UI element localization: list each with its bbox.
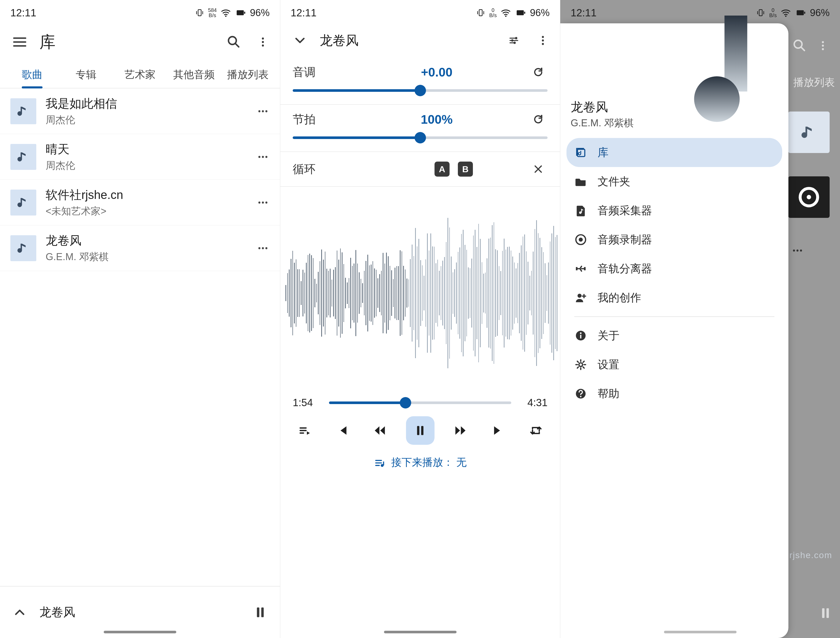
menu-label: 库 xyxy=(598,145,608,160)
pitch-label: 音调 xyxy=(293,65,344,80)
menu-item-library[interactable]: 库 xyxy=(567,138,782,167)
menu-item-settings[interactable]: 设置 xyxy=(567,350,782,379)
waveform-display[interactable] xyxy=(280,187,560,394)
song-artist: <未知艺术家> xyxy=(46,205,244,218)
song-row[interactable]: 我是如此相信周杰伦 xyxy=(0,89,280,134)
status-time: 12:11 xyxy=(10,7,36,19)
tab-albums[interactable]: 专辑 xyxy=(59,61,113,88)
status-battery: 96% xyxy=(250,7,270,18)
menu-label: 我的创作 xyxy=(598,290,641,305)
song-artist: 周杰伦 xyxy=(46,113,244,127)
collapse-player-button[interactable] xyxy=(291,31,309,50)
drawer-menu: 库 文件夹 音频采集器 音频录制器 音轨分离器 我的创作 关于 设置 帮助 xyxy=(560,135,788,411)
menu-item-about[interactable]: 关于 xyxy=(567,321,782,350)
song-overflow-button[interactable] xyxy=(254,102,272,120)
more-icon xyxy=(788,241,807,260)
large-music-note-icon xyxy=(679,16,757,123)
tempo-label: 节拍 xyxy=(293,112,344,127)
wifi-icon xyxy=(220,7,231,18)
screenshot-player: 12:11 0B/s 96% 龙卷风 音调 +0.00 xyxy=(280,0,560,638)
song-overflow-button[interactable] xyxy=(254,147,272,166)
loop-clear-button[interactable] xyxy=(529,160,548,179)
pitch-value: +0.00 xyxy=(344,65,529,79)
loop-a-button[interactable]: A xyxy=(434,161,450,177)
overflow-menu-button[interactable] xyxy=(534,31,552,50)
menu-label: 音频录制器 xyxy=(598,233,652,247)
rewind-button[interactable] xyxy=(368,419,392,442)
menu-item-help[interactable]: 帮助 xyxy=(567,379,782,408)
play-pause-button[interactable] xyxy=(406,416,434,445)
menu-item-track-splitter[interactable]: 音轨分离器 xyxy=(567,254,782,283)
song-artist: G.E.M. 邓紫棋 xyxy=(46,250,244,263)
song-row[interactable]: 龙卷风G.E.M. 邓紫棋 xyxy=(0,225,280,271)
drawer-header: 龙卷风 G.E.M. 邓紫棋 xyxy=(560,26,788,135)
previous-button[interactable] xyxy=(330,419,354,442)
watermark-text: rjshe.com xyxy=(789,550,832,560)
loop-label: 循环 xyxy=(293,161,430,177)
tab-other-audio[interactable]: 其他音频 xyxy=(167,61,221,88)
menu-label: 文件夹 xyxy=(598,174,630,189)
up-next-row[interactable]: 接下来播放： 无 xyxy=(280,450,560,480)
menu-item-my-creations[interactable]: 我的创作 xyxy=(567,283,782,312)
library-tabs: 歌曲 专辑 艺术家 其他音频 播放列表 xyxy=(0,61,280,89)
battery-icon xyxy=(515,7,526,18)
tab-songs[interactable]: 歌曲 xyxy=(5,61,59,88)
album-thumb-icon xyxy=(788,111,830,153)
tab-artists[interactable]: 艺术家 xyxy=(113,61,167,88)
menu-item-audio-capture[interactable]: 音频采集器 xyxy=(567,196,782,225)
screenshot-library: 12:11 584B/s 96% 库 歌曲 专辑 艺术家 其他音频 播放列表 xyxy=(0,0,280,638)
svg-point-33 xyxy=(694,76,740,122)
pitch-reset-button[interactable] xyxy=(529,63,548,81)
up-next-label: 接下来播放： xyxy=(391,456,453,468)
loop-b-button[interactable]: B xyxy=(458,161,473,177)
menu-item-folders[interactable]: 文件夹 xyxy=(567,167,782,196)
fast-forward-button[interactable] xyxy=(449,419,472,442)
ghost-card-stack xyxy=(788,111,835,260)
player-toolbar: 龙卷风 xyxy=(280,23,560,58)
vibrate-icon xyxy=(195,8,205,17)
song-row[interactable]: 软件社rjshe.cn<未知艺术家> xyxy=(0,180,280,225)
now-playing-bar[interactable]: 龙卷风 xyxy=(0,586,280,638)
status-bar: 12:11 0B/s 96% xyxy=(280,0,560,23)
equalizer-button[interactable] xyxy=(505,31,523,50)
status-battery: 96% xyxy=(530,7,549,18)
vibrate-icon xyxy=(476,8,486,17)
pitch-slider[interactable] xyxy=(293,87,548,94)
song-artist: 周杰伦 xyxy=(46,159,244,172)
pitch-block: 音调 +0.00 xyxy=(280,58,560,104)
svg-point-31 xyxy=(807,195,811,199)
song-row[interactable]: 晴天周杰伦 xyxy=(0,134,280,180)
repeat-button[interactable] xyxy=(524,419,548,442)
tempo-reset-button[interactable] xyxy=(529,110,548,129)
song-list: 我是如此相信周杰伦 晴天周杰伦 软件社rjshe.cn<未知艺术家> 龙卷风G.… xyxy=(0,89,280,271)
pause-button[interactable] xyxy=(251,603,270,622)
song-overflow-button[interactable] xyxy=(254,239,272,258)
battery-icon xyxy=(235,7,246,18)
wifi-icon xyxy=(501,7,511,18)
now-playing-title: 龙卷风 xyxy=(39,604,241,621)
expand-player-button[interactable] xyxy=(10,603,29,622)
up-next-value: 无 xyxy=(456,456,467,468)
song-title: 晴天 xyxy=(46,141,244,157)
progress-row: 1:54 4:31 xyxy=(280,394,560,414)
next-button[interactable] xyxy=(486,419,510,442)
seek-slider[interactable] xyxy=(329,399,511,407)
tempo-slider[interactable] xyxy=(293,134,548,142)
menu-item-audio-recorder[interactable]: 音频录制器 xyxy=(567,225,782,254)
queue-button[interactable] xyxy=(293,419,316,442)
tab-playlists[interactable]: 播放列表 xyxy=(221,61,275,88)
song-overflow-button[interactable] xyxy=(254,193,272,212)
elapsed-time: 1:54 xyxy=(293,397,321,408)
search-button[interactable] xyxy=(224,33,243,51)
tempo-value: 100% xyxy=(344,112,529,127)
hamburger-menu-button[interactable] xyxy=(10,33,29,51)
page-title: 库 xyxy=(39,31,214,53)
screenshot-drawer: 12:11 0B/s 96% 播放列表 rjshe.com xyxy=(560,0,840,638)
menu-label: 音频采集器 xyxy=(598,203,652,218)
overflow-menu-button[interactable] xyxy=(254,33,272,51)
search-icon xyxy=(790,36,809,55)
menu-label: 设置 xyxy=(598,358,619,372)
navigation-drawer: 龙卷风 G.E.M. 邓紫棋 库 文件夹 音频采集器 音频录制器 音轨分离器 我… xyxy=(560,23,788,638)
status-netspeed: 0B/s xyxy=(489,8,497,18)
home-indicator xyxy=(104,631,176,633)
